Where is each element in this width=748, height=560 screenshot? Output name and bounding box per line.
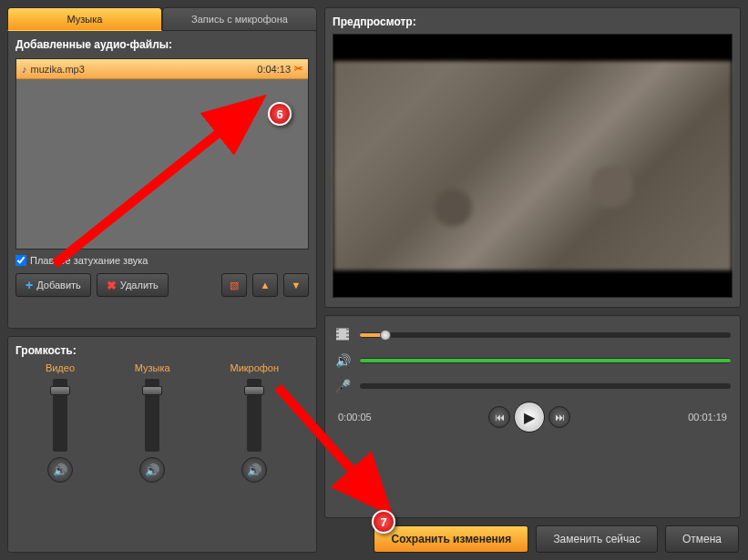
audio-track-icon: 🔊 [334,353,351,368]
annotation-6: 6 [268,102,292,126]
speaker-icon: 🔊 [247,463,261,477]
up-arrow-icon: ▲ [261,280,271,290]
replace-now-button[interactable]: Заменить сейчас [536,525,658,553]
skip-back-icon: ⏮ [495,412,505,423]
add-label: Добавить [36,280,81,290]
preview-panel: Предпросмотр: [324,7,741,308]
mute-video-button[interactable]: 🔊 [47,457,73,483]
fade-label: Плавное затухание звука [30,255,148,266]
video-playhead[interactable] [380,330,391,341]
vol-label-video: Видео [46,362,75,373]
play-button[interactable]: ▶ [514,402,545,433]
volume-panel: Громкость: Видео 🔊 Музыка 🔊 [7,336,317,553]
x-icon: ✖ [107,279,117,292]
fade-checkbox-row[interactable]: Плавное затухание звука [15,255,309,266]
tab-mic-record[interactable]: Запись с микрофона [162,7,317,31]
move-down-button[interactable]: ▼ [283,273,309,297]
vol-label-mic: Микрофон [230,362,279,373]
speaker-icon: 🔊 [145,463,159,477]
skip-fwd-icon: ⏭ [555,412,565,423]
move-up-button[interactable]: ▲ [252,273,278,297]
preview-title: Предпросмотр: [333,15,733,28]
time-total: 00:01:19 [688,412,727,423]
source-tabs: Музыка Запись с микрофона [7,7,317,31]
time-current: 0:00:05 [338,412,372,423]
audio-track[interactable] [360,358,731,363]
plus-icon: + [26,278,33,292]
video-preview[interactable] [333,34,733,298]
volume-title: Громкость: [15,344,309,357]
file-list[interactable]: ♪ muzika.mp3 0:04:13 ✂ [15,58,309,249]
speaker-icon: 🔊 [53,463,67,477]
added-files-panel: Добавленные аудио-файлы: ♪ muzika.mp3 0:… [7,30,317,329]
music-note-icon: ♪ [22,64,27,75]
delete-button[interactable]: ✖ Удалить [97,273,169,297]
annotation-7: 7 [372,510,395,534]
file-duration: 0:04:13 [257,64,291,75]
remove-file-icon: ▧ [230,280,239,291]
prev-button[interactable]: ⏮ [488,406,510,428]
video-track-icon [334,328,351,343]
mute-music-button[interactable]: 🔊 [139,457,165,483]
vol-label-music: Музыка [135,362,170,373]
play-icon: ▶ [524,409,535,426]
mic-track[interactable] [360,383,731,389]
vol-slider-video[interactable] [53,379,67,452]
timeline-panel: 🔊 🎤 0:00:05 ⏮ ▶ ⏭ 00:01:19 [324,315,741,518]
tab-music[interactable]: Музыка [7,7,162,31]
remove-file-button[interactable]: ▧ [221,273,247,297]
video-track[interactable] [360,332,731,338]
vol-slider-music[interactable] [145,379,159,452]
add-button[interactable]: + Добавить [15,273,91,297]
save-button[interactable]: Сохранить изменения [374,525,528,553]
file-item[interactable]: ♪ muzika.mp3 0:04:13 ✂ [16,59,308,79]
file-name: muzika.mp3 [31,64,258,75]
added-files-title: Добавленные аудио-файлы: [15,38,309,51]
mic-track-icon: 🎤 [334,379,351,393]
down-arrow-icon: ▼ [292,280,302,290]
next-button[interactable]: ⏭ [548,406,570,428]
fade-checkbox[interactable] [15,255,26,266]
delete-label: Удалить [120,280,159,290]
vol-slider-mic[interactable] [247,379,261,452]
scissors-icon[interactable]: ✂ [294,63,302,75]
mute-mic-button[interactable]: 🔊 [241,457,267,483]
cancel-button[interactable]: Отмена [665,525,739,553]
